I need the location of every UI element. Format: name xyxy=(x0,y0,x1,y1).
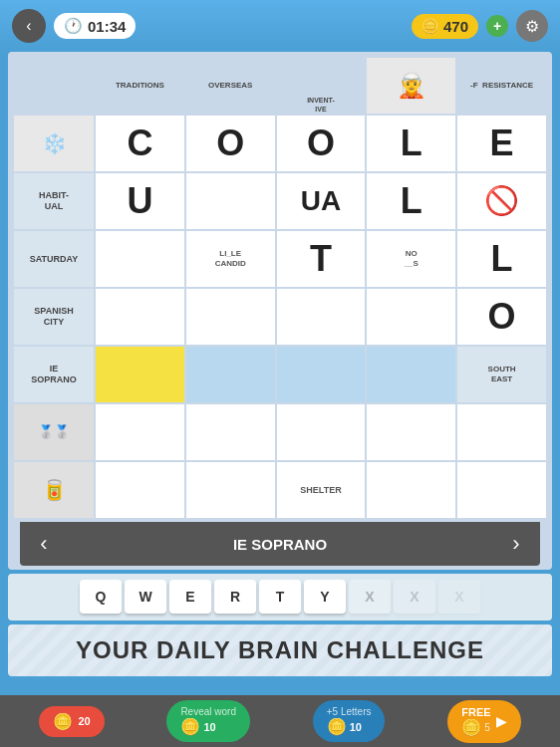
header-overseas: OVERSEAS xyxy=(186,58,275,114)
top-bar: ‹ 🕐 01:34 🪙 470 + ⚙ xyxy=(0,0,560,52)
next-clue-button[interactable]: › xyxy=(500,528,532,560)
cell-empty7-4 xyxy=(367,462,455,518)
cell-O1[interactable]: O xyxy=(186,116,275,171)
cell-O2[interactable]: O xyxy=(277,116,366,171)
timer-value: 01:34 xyxy=(88,18,126,35)
cell-blue2[interactable] xyxy=(277,347,366,402)
cell-empty6-3 xyxy=(277,404,366,460)
cell-empty7-2 xyxy=(186,462,275,518)
cell-empty6-4 xyxy=(367,404,455,460)
add-coins-button[interactable]: + xyxy=(486,15,508,37)
action-btn2-content: Reveal word 🪙 10 xyxy=(180,706,236,736)
row5-right-label: SOUTHEAST xyxy=(457,347,546,402)
settings-button[interactable]: ⚙ xyxy=(516,10,548,42)
key-W[interactable]: W xyxy=(125,580,166,614)
cell-empty6-1 xyxy=(96,404,184,460)
grid-container: TRADITIONS OVERSEAS INVENT-IVE 🧝 -f RESI… xyxy=(12,56,548,520)
timer-box: 🕐 01:34 xyxy=(54,13,136,39)
cell-UA[interactable]: UA xyxy=(277,173,366,229)
cell-U[interactable]: U xyxy=(96,173,184,229)
timer-icon: 🕐 xyxy=(64,17,83,35)
action-btn2-icon: 🪙 xyxy=(180,717,200,736)
challenge-text: YOUR DAILY BRAIN CHALLENGE xyxy=(20,636,540,664)
coins-box: 🪙 470 xyxy=(412,14,478,39)
cell-blocked: 🚫 xyxy=(457,173,546,229)
cell-lile-candid: LI_LECANDID xyxy=(186,231,275,287)
key-E[interactable]: E xyxy=(169,580,211,614)
cell-blue3[interactable] xyxy=(367,347,455,402)
key-faded2: X xyxy=(394,580,435,614)
action-btn-2[interactable]: Reveal word 🪙 10 xyxy=(166,700,250,742)
key-Y[interactable]: Y xyxy=(304,580,346,614)
action-btn3-content: +5 Letters 🪙 10 xyxy=(327,706,372,736)
coins-value: 470 xyxy=(443,18,468,35)
cell-yellow[interactable] xyxy=(96,347,184,402)
play-icon: ▶ xyxy=(496,713,507,729)
row5-label: IESOPRANO xyxy=(14,347,94,402)
cell-empty4-3 xyxy=(277,289,366,345)
action-btn-4[interactable]: FREE 🪙 5 ▶ xyxy=(447,700,520,743)
bottom-nav: ‹ IE SOPRANO › xyxy=(20,522,540,566)
cell-L2[interactable]: L xyxy=(367,173,455,229)
cell-E[interactable]: E xyxy=(457,116,546,171)
current-clue-label: IE SOPRANO xyxy=(60,536,500,553)
prev-clue-button[interactable]: ‹ xyxy=(28,528,60,560)
top-bar-right: 🪙 470 + ⚙ xyxy=(412,10,548,42)
cell-empty2-2 xyxy=(186,173,275,229)
action-btn-1[interactable]: 🪙 20 xyxy=(39,706,104,737)
key-faded3: X xyxy=(438,580,480,614)
cell-L3[interactable]: L xyxy=(457,231,546,287)
action-btn1-label: 20 xyxy=(78,715,90,727)
action-btn4-icon: 🪙 xyxy=(461,718,481,737)
row1-label-cooler: ❄️ xyxy=(14,116,94,171)
row3-label: SATURDAY xyxy=(14,231,94,287)
header-resistance: -f RESISTANCE xyxy=(457,58,546,114)
row6-label-silver: 🥈🥈 xyxy=(14,404,94,460)
key-R[interactable]: R xyxy=(214,580,256,614)
cell-empty6-2 xyxy=(186,404,275,460)
action-btn3-icon: 🪙 xyxy=(327,717,347,736)
cell-empty4-2 xyxy=(186,289,275,345)
keyboard-row-1: Q W E R T Y X X X xyxy=(12,580,548,614)
key-T[interactable]: T xyxy=(259,580,301,614)
top-bar-left: ‹ 🕐 01:34 xyxy=(12,9,136,43)
row2-label: HABIT-UAL xyxy=(14,173,94,229)
header-inventive: INVENT-IVE xyxy=(277,58,366,114)
row7-label-tin: 🥫 xyxy=(14,462,94,518)
puzzle-area: TRADITIONS OVERSEAS INVENT-IVE 🧝 -f RESI… xyxy=(8,52,552,570)
cell-empty6-5 xyxy=(457,404,546,460)
cell-C[interactable]: C xyxy=(96,116,184,171)
cell-L[interactable]: L xyxy=(367,116,455,171)
coin-icon: 🪙 xyxy=(421,18,438,34)
key-Q[interactable]: Q xyxy=(80,580,122,614)
header-traditions: TRADITIONS xyxy=(96,58,184,114)
cell-no-s: NO__S xyxy=(367,231,455,287)
action-btn4-content: FREE 🪙 5 xyxy=(461,706,490,737)
action-bar: 🪙 20 Reveal word 🪙 10 +5 Letters 🪙 10 FR… xyxy=(0,695,560,747)
back-button[interactable]: ‹ xyxy=(12,9,46,43)
cell-empty4-4 xyxy=(367,289,455,345)
cell-shelter: SHELTER xyxy=(277,462,366,518)
inventive-label: INVENT-IVE xyxy=(307,97,335,114)
cell-empty3-1 xyxy=(96,231,184,287)
cell-O3[interactable]: O xyxy=(457,289,546,345)
action-btn1-icon: 🪙 xyxy=(53,712,73,731)
cell-blue1[interactable] xyxy=(186,347,275,402)
header-cell-0 xyxy=(14,58,94,114)
keyboard-area: Q W E R T Y X X X xyxy=(8,574,552,621)
cell-T[interactable]: T xyxy=(277,231,366,287)
cell-empty7-1 xyxy=(96,462,184,518)
cell-empty7-5 xyxy=(457,462,546,518)
action-btn-3[interactable]: +5 Letters 🪙 10 xyxy=(313,700,386,742)
cell-empty4-1 xyxy=(96,289,184,345)
header-elf: 🧝 xyxy=(367,58,455,114)
challenge-area: YOUR DAILY BRAIN CHALLENGE xyxy=(8,624,552,676)
key-faded1: X xyxy=(349,580,391,614)
crossword-grid: TRADITIONS OVERSEAS INVENT-IVE 🧝 -f RESI… xyxy=(14,58,546,518)
row4-label: SPANISHCITY xyxy=(14,289,94,345)
